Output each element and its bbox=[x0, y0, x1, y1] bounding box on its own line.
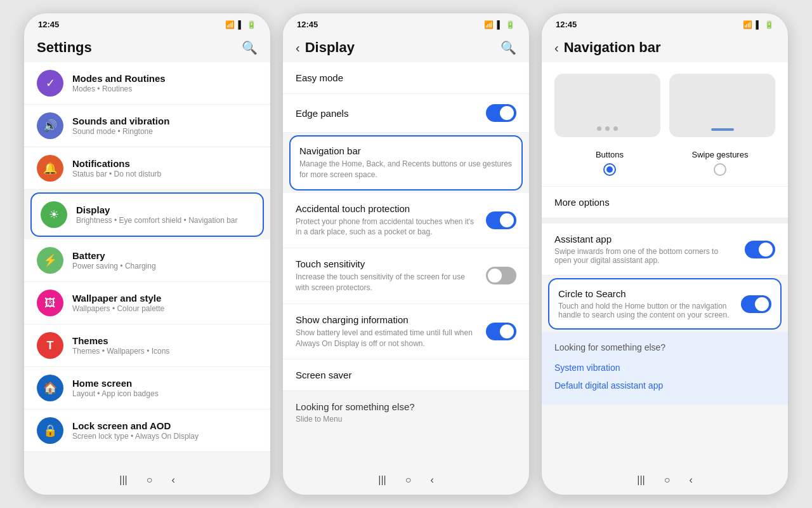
circle-to-search-title: Circle to Search bbox=[558, 288, 733, 299]
wallpaper-text: Wallpaper and style Wallpapers • Colour … bbox=[72, 293, 258, 313]
time-3: 12:45 bbox=[556, 20, 577, 29]
display-item-navbarhighlighted[interactable]: Navigation bar Manage the Home, Back, an… bbox=[289, 135, 523, 190]
swipe-radio[interactable] bbox=[714, 163, 726, 176]
modes-text: Modes and Routines Modes • Routines bbox=[72, 73, 258, 93]
lockscreen-text: Lock screen and AOD Screen lock type • A… bbox=[72, 420, 258, 441]
charging-info-toggle[interactable] bbox=[486, 323, 516, 340]
time-2: 12:45 bbox=[297, 20, 318, 29]
nav-back-icon[interactable]: ‹ bbox=[171, 474, 174, 486]
sounds-text: Sounds and vibration Sound mode • Ringto… bbox=[72, 116, 258, 136]
nav-recents-icon-3[interactable]: ||| bbox=[637, 474, 645, 486]
nav-dot-1 bbox=[597, 126, 601, 131]
battery-text: Battery Power saving • Charging bbox=[72, 250, 258, 271]
display-item-touchsensitivity[interactable]: Touch sensitivity Increase the touch sen… bbox=[283, 248, 529, 304]
more-options-item[interactable]: More options bbox=[542, 187, 788, 218]
settings-item-wallpaper[interactable]: 🖼 Wallpaper and style Wallpapers • Colou… bbox=[24, 282, 270, 324]
battery-icon-2: 🔋 bbox=[506, 20, 515, 29]
display-item-accidentaltouch[interactable]: Accidental touch protection Protect your… bbox=[283, 193, 529, 249]
navbar-option-cards-container: Buttons Swipe gestures bbox=[542, 62, 788, 187]
settings-item-homescreen[interactable]: 🏠 Home screen Layout • App icon badges bbox=[24, 367, 270, 410]
display-title: Display bbox=[305, 39, 355, 56]
nav-home-icon-3[interactable]: ○ bbox=[664, 474, 671, 486]
settings-item-display[interactable]: ☀ Display Brightness • Eye comfort shiel… bbox=[30, 192, 264, 237]
gesture-line bbox=[711, 128, 734, 131]
nav-back-icon-2[interactable]: ‹ bbox=[430, 474, 433, 486]
sounds-title: Sounds and vibration bbox=[72, 116, 258, 126]
homescreen-text: Home screen Layout • App icon badges bbox=[72, 378, 258, 398]
battery-subtitle: Power saving • Charging bbox=[72, 262, 258, 271]
navbar-header: ‹ Navigation bar bbox=[542, 33, 788, 62]
sounds-subtitle: Sound mode • Ringtone bbox=[72, 127, 258, 136]
looking-title-navbar: Looking for something else? bbox=[554, 342, 775, 352]
display-item-charging[interactable]: Show charging information Show battery l… bbox=[283, 304, 529, 360]
settings-item-lockscreen[interactable]: 🔒 Lock screen and AOD Screen lock type •… bbox=[24, 410, 270, 452]
nav-back-icon-3[interactable]: ‹ bbox=[689, 474, 692, 486]
themes-icon: T bbox=[37, 332, 63, 359]
phone-display: 12:45 📶 ▌ 🔋 ‹ Display 🔍 Easy mode Edge bbox=[282, 13, 530, 495]
display-looking-link[interactable]: Slide to Menu bbox=[296, 415, 516, 424]
nav-dot-3 bbox=[613, 126, 618, 131]
display-title: Display bbox=[76, 204, 254, 215]
settings-search-icon[interactable]: 🔍 bbox=[242, 40, 258, 55]
status-icons-2: 📶 ▌ 🔋 bbox=[484, 20, 515, 29]
navbar-option-swipe[interactable]: Swipe gestures bbox=[665, 150, 775, 176]
battery-icon-3: 🔋 bbox=[764, 20, 774, 29]
settings-item-themes[interactable]: T Themes Themes • Wallpapers • Icons bbox=[24, 324, 270, 367]
display-icon: ☀ bbox=[41, 201, 67, 228]
swipe-label: Swipe gestures bbox=[692, 150, 749, 159]
nav-home-icon-2[interactable]: ○ bbox=[405, 474, 412, 486]
display-item-easymode[interactable]: Easy mode bbox=[283, 62, 529, 94]
wifi-icon: 📶 bbox=[225, 20, 235, 29]
assistant-app-item[interactable]: Assistant app Swipe inwards from one of … bbox=[542, 224, 788, 276]
display-item-screensaver[interactable]: Screen saver bbox=[283, 359, 529, 391]
section-divider bbox=[542, 218, 788, 224]
display-search-icon[interactable]: 🔍 bbox=[501, 40, 516, 55]
wallpaper-title: Wallpaper and style bbox=[72, 293, 258, 304]
navbar-option-buttons[interactable]: Buttons bbox=[554, 150, 665, 176]
display-looking-section: Looking for something else? Slide to Men… bbox=[283, 391, 529, 434]
accidental-touch-toggle[interactable] bbox=[486, 211, 516, 229]
display-back-button[interactable]: ‹ bbox=[296, 41, 300, 55]
edge-panels-toggle[interactable] bbox=[486, 104, 516, 122]
nav-recents-icon-2[interactable]: ||| bbox=[378, 474, 386, 486]
assistant-app-toggle[interactable] bbox=[745, 241, 775, 258]
navbar-back-button[interactable]: ‹ bbox=[554, 41, 559, 55]
display-item-edgepanels[interactable]: Edge panels bbox=[283, 94, 529, 133]
status-icons-3: 📶 ▌ 🔋 bbox=[743, 20, 774, 29]
navbar-title: Navigation bar bbox=[564, 39, 661, 56]
nav-bar-3: ||| ○ ‹ bbox=[542, 468, 788, 495]
settings-item-sounds[interactable]: 🔊 Sounds and vibration Sound mode • Ring… bbox=[24, 105, 270, 147]
time-1: 12:45 bbox=[38, 20, 59, 29]
battery-title: Battery bbox=[72, 250, 258, 261]
notifications-text: Notifications Status bar • Do not distur… bbox=[72, 158, 258, 178]
signal-icon: ▌ bbox=[238, 20, 244, 29]
touch-sensitivity-toggle[interactable] bbox=[486, 267, 516, 284]
nav-dot-2 bbox=[605, 126, 610, 131]
navbar-gesture-card[interactable] bbox=[669, 74, 775, 137]
wallpaper-subtitle: Wallpapers • Colour palette bbox=[72, 304, 258, 313]
battery-icon: 🔋 bbox=[247, 20, 256, 29]
homescreen-title: Home screen bbox=[72, 378, 258, 389]
buttons-radio[interactable] bbox=[603, 163, 616, 176]
navbar-content: Buttons Swipe gestures More options bbox=[542, 62, 788, 468]
nav-home-icon[interactable]: ○ bbox=[147, 474, 153, 486]
looking-link-2[interactable]: Default digital assistant app bbox=[554, 377, 775, 394]
nav-recents-icon[interactable]: ||| bbox=[119, 474, 127, 486]
status-bar-2: 12:45 📶 ▌ 🔋 bbox=[283, 13, 529, 33]
battery-setting-icon: ⚡ bbox=[37, 247, 63, 274]
settings-item-notifications[interactable]: 🔔 Notifications Status bar • Do not dist… bbox=[24, 147, 270, 190]
phone-settings: 12:45 📶 ▌ 🔋 Settings 🔍 ✓ Modes and Routi… bbox=[23, 13, 271, 495]
assistant-app-desc: Swipe inwards from one of the bottom cor… bbox=[554, 247, 737, 265]
homescreen-icon: 🏠 bbox=[37, 375, 63, 401]
looking-link-1[interactable]: System vibration bbox=[554, 359, 775, 377]
more-options-label: More options bbox=[554, 197, 610, 208]
settings-content: ✓ Modes and Routines Modes • Routines 🔊 … bbox=[24, 62, 270, 468]
themes-subtitle: Themes • Wallpapers • Icons bbox=[72, 347, 258, 356]
modes-icon: ✓ bbox=[37, 70, 63, 97]
settings-item-modes[interactable]: ✓ Modes and Routines Modes • Routines bbox=[24, 62, 270, 105]
display-content: Easy mode Edge panels Navigation bar Man… bbox=[283, 62, 529, 468]
signal-icon-2: ▌ bbox=[497, 20, 502, 29]
settings-item-battery[interactable]: ⚡ Battery Power saving • Charging bbox=[24, 239, 270, 282]
navbar-buttons-card[interactable] bbox=[554, 74, 660, 137]
circle-to-search-toggle[interactable] bbox=[741, 295, 771, 313]
